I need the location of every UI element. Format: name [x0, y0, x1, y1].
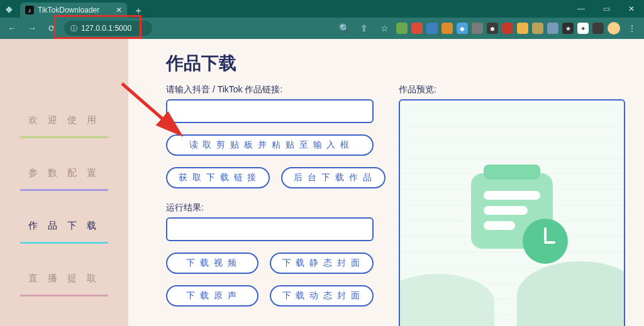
sidebar-item-config[interactable]: 参 数 配 置	[20, 167, 108, 191]
extension-icon[interactable]	[472, 23, 483, 34]
get-download-link-button[interactable]: 获 取 下 载 链 接	[166, 167, 270, 188]
toolbar-actions: 🔍 ⇪ ☆ ◆ ☻ ★ ✦ ⋮	[336, 20, 640, 36]
extension-icon[interactable]: ★	[562, 23, 574, 34]
sidebar-item-download[interactable]: 作 品 下 载	[20, 220, 108, 244]
extension-icon[interactable]: ☻	[487, 23, 498, 34]
paste-clipboard-button[interactable]: 读 取 剪 贴 板 并 粘 贴 至 输 入 框	[166, 134, 374, 156]
sidebar-item-label: 参 数 配 置	[28, 167, 101, 178]
window-controls: — ▭ ✕	[569, 0, 644, 18]
preview-label: 作品预览:	[399, 84, 625, 95]
link-input[interactable]	[166, 99, 374, 123]
button-label: 下 载 视 频	[186, 258, 238, 269]
browser-toolbar: ← → ⟳ ⓘ 127.0.0.1:5000 🔍 ⇪ ☆ ◆ ☻ ★ ✦ ⋮	[0, 18, 644, 39]
preview-illustration-calendar-icon	[471, 173, 553, 249]
tab-title: TikTokDownloader	[38, 6, 99, 14]
download-dynamic-cover-button[interactable]: 下 载 动 态 封 面	[270, 285, 374, 307]
tab-close-icon[interactable]: ✕	[116, 6, 122, 14]
url-bar[interactable]: ⓘ 127.0.0.1:5000	[64, 21, 152, 36]
search-icon[interactable]: 🔍	[336, 20, 352, 36]
extension-icon[interactable]	[411, 23, 423, 34]
nav-reload-icon[interactable]: ⟳	[44, 20, 60, 36]
user-avatar[interactable]	[608, 22, 620, 35]
sidebar-underline	[20, 242, 108, 244]
extension-icon[interactable]	[396, 23, 408, 34]
sidebar-underline	[20, 295, 108, 296]
share-icon[interactable]: ⇪	[356, 20, 372, 36]
sidebar: 欢 迎 使 用 参 数 配 置 作 品 下 载 直 播 提 取	[0, 39, 128, 326]
window-maximize-icon[interactable]: ▭	[594, 0, 619, 18]
tab-favicon-icon: ♪	[25, 6, 34, 14]
extension-icon[interactable]	[502, 23, 513, 34]
download-static-cover-button[interactable]: 下 载 静 态 封 面	[270, 253, 374, 274]
extension-icon[interactable]	[532, 23, 543, 34]
button-label: 下 载 原 声	[186, 290, 238, 302]
extension-icon[interactable]	[426, 23, 438, 34]
extension-icon[interactable]	[547, 23, 558, 34]
nav-back-icon[interactable]: ←	[4, 20, 20, 36]
button-label: 下 载 动 态 封 面	[282, 290, 361, 302]
sidebar-item-label: 直 播 提 取	[28, 273, 101, 283]
new-tab-button[interactable]: ＋	[127, 4, 150, 18]
button-label: 下 载 静 态 封 面	[282, 258, 361, 269]
button-label: 获 取 下 载 链 接	[179, 172, 257, 183]
button-label: 读 取 剪 贴 板 并 粘 贴 至 输 入 框	[189, 139, 351, 151]
page-title: 作品下载	[166, 52, 374, 75]
extension-icon[interactable]	[592, 23, 604, 34]
sidebar-underline	[20, 136, 108, 138]
window-minimize-icon[interactable]: —	[569, 0, 594, 18]
sidebar-item-live[interactable]: 直 播 提 取	[20, 273, 108, 296]
page: 欢 迎 使 用 参 数 配 置 作 品 下 载 直 播 提 取 作品下载 请输入…	[0, 39, 644, 326]
extension-icon[interactable]	[441, 23, 453, 34]
extension-icon[interactable]: ◆	[457, 23, 468, 34]
result-output[interactable]	[166, 217, 374, 241]
main-content: 作品下载 请输入抖音 / TikTok 作品链接: 读 取 剪 贴 板 并 粘 …	[128, 39, 644, 326]
url-text: 127.0.0.1:5000	[81, 24, 131, 33]
extensions-puzzle-icon[interactable]: ✦	[577, 23, 589, 34]
sidebar-item-label: 欢 迎 使 用	[28, 114, 101, 125]
preview-illustration-hills	[400, 286, 624, 326]
sidebar-underline	[20, 189, 108, 191]
nav-forward-icon[interactable]: →	[24, 20, 40, 36]
sidebar-item-label: 作 品 下 载	[28, 220, 101, 231]
site-info-icon[interactable]: ⓘ	[70, 24, 77, 33]
clock-icon	[523, 219, 568, 264]
link-input-label: 请输入抖音 / TikTok 作品链接:	[166, 84, 374, 95]
extension-icon[interactable]	[517, 23, 528, 34]
window-close-icon[interactable]: ✕	[619, 0, 644, 18]
button-label: 后 台 下 载 作 品	[294, 172, 372, 183]
background-download-button[interactable]: 后 台 下 载 作 品	[281, 167, 385, 188]
download-video-button[interactable]: 下 载 视 频	[166, 253, 258, 274]
browser-titlebar: ◆ ♪ TikTokDownloader ✕ ＋ — ▭ ✕	[0, 0, 644, 18]
result-label: 运行结果:	[166, 202, 374, 214]
browser-menu-icon[interactable]: ⋮	[624, 20, 640, 36]
sidebar-item-welcome[interactable]: 欢 迎 使 用	[20, 114, 108, 138]
profile-indicator-icon: ◆	[0, 0, 18, 18]
preview-panel	[399, 99, 625, 326]
browser-tab[interactable]: ♪ TikTokDownloader ✕	[20, 3, 127, 18]
download-audio-button[interactable]: 下 载 原 声	[166, 285, 258, 307]
bookmark-icon[interactable]: ☆	[376, 20, 392, 36]
